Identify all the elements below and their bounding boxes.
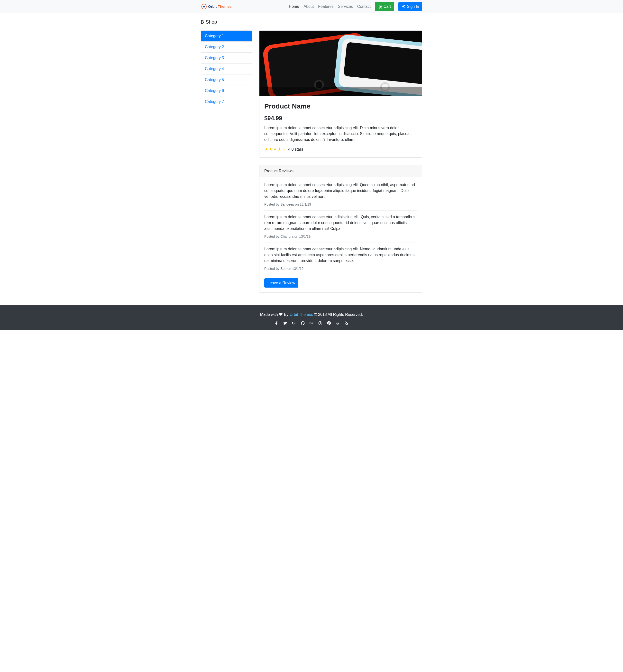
twitter-icon[interactable] bbox=[283, 321, 288, 325]
nav-link-services[interactable]: Services bbox=[338, 4, 353, 8]
review-item: Lorem ipsum dolor sit amet consectetur a… bbox=[264, 182, 417, 211]
svg-text:Orbit Themes: Orbit Themes bbox=[208, 4, 232, 8]
main-content: Product Name $94.99 Lorem ipsum dolor si… bbox=[259, 30, 422, 300]
google-plus-icon[interactable] bbox=[292, 321, 296, 325]
sidebar-item-category-7[interactable]: Category 7 bbox=[201, 96, 251, 107]
nav-link-features[interactable]: Features bbox=[318, 4, 333, 8]
product-price: $94.99 bbox=[264, 114, 417, 123]
reviews-heading: Product Reviews bbox=[260, 165, 422, 177]
dribbble-icon[interactable] bbox=[318, 321, 322, 325]
sidebar-item-category-1[interactable]: Category 1 bbox=[201, 31, 251, 41]
pinterest-icon[interactable] bbox=[327, 321, 331, 325]
page-title: B-Shop bbox=[201, 18, 422, 26]
sidebar-item-category-3[interactable]: Category 3 bbox=[201, 53, 251, 63]
footer-brand-link[interactable]: Orbit Themes bbox=[290, 312, 313, 316]
sidebar-item-category-4[interactable]: Category 4 bbox=[201, 63, 251, 74]
rating-text: 4.0 stars bbox=[288, 147, 303, 151]
reviews-list: Lorem ipsum dolor sit amet consectetur a… bbox=[264, 182, 417, 275]
github-icon[interactable] bbox=[301, 321, 305, 325]
review-text: Lorem ipsum dolor sit amet consectetur a… bbox=[264, 246, 417, 264]
rss-icon[interactable] bbox=[344, 321, 349, 325]
footer-text: Made with By Orbit Themes © 2018 All Rig… bbox=[201, 312, 422, 317]
signin-label: Sign In bbox=[407, 4, 419, 9]
cart-button[interactable]: Cart bbox=[375, 2, 394, 11]
behance-icon[interactable] bbox=[309, 321, 314, 325]
orbit-themes-logo-icon: Orbit Themes bbox=[201, 3, 242, 10]
footer: Made with By Orbit Themes © 2018 All Rig… bbox=[0, 305, 623, 330]
product-name: Product Name bbox=[264, 101, 417, 112]
review-item: Lorem ipsum dolor sit amet consectetur a… bbox=[264, 246, 417, 275]
heart-icon bbox=[279, 312, 283, 316]
nav-link-home[interactable]: Home bbox=[289, 4, 299, 8]
nav-links: HomeAboutFeaturesServicesContact bbox=[289, 4, 370, 9]
sidebar-item-category-2[interactable]: Category 2 bbox=[201, 41, 251, 53]
social-links bbox=[201, 321, 422, 325]
footer-copyright: © 2018 All Rights Reserved. bbox=[314, 312, 363, 316]
facebook-icon[interactable] bbox=[274, 321, 279, 325]
leave-review-button[interactable]: Leave a Review bbox=[264, 278, 298, 287]
reddit-icon[interactable] bbox=[335, 321, 340, 325]
leave-review-label: Leave a Review bbox=[267, 280, 295, 286]
review-meta: Posted by Chandra on 13/1/19 bbox=[264, 234, 417, 239]
category-list: Category 1Category 2Category 3Category 4… bbox=[201, 30, 252, 107]
cart-icon bbox=[378, 5, 382, 8]
footer-by-text: By bbox=[284, 312, 290, 316]
review-text: Lorem ipsum dolor sit amet consectetur a… bbox=[264, 182, 417, 200]
sidebar: Category 1Category 2Category 3Category 4… bbox=[201, 30, 252, 107]
signin-icon bbox=[402, 5, 406, 8]
product-image bbox=[260, 31, 422, 96]
svg-point-2 bbox=[203, 6, 205, 7]
nav-link-about[interactable]: About bbox=[304, 4, 314, 8]
footer-made-prefix: Made with bbox=[260, 312, 279, 316]
nav-link-contact[interactable]: Contact bbox=[357, 4, 370, 8]
review-item: Lorem ipsum dolor sit amet consectetur, … bbox=[264, 214, 417, 243]
review-meta: Posted by Bob on 13/1/19 bbox=[264, 266, 417, 271]
svg-rect-14 bbox=[260, 87, 422, 96]
sidebar-item-category-6[interactable]: Category 6 bbox=[201, 85, 251, 96]
brand-logo[interactable]: Orbit Themes bbox=[201, 3, 242, 10]
sidebar-item-category-5[interactable]: Category 5 bbox=[201, 74, 251, 85]
svg-point-1 bbox=[205, 4, 206, 5]
star-icons: ★★★★☆ bbox=[264, 147, 286, 152]
review-text: Lorem ipsum dolor sit amet consectetur, … bbox=[264, 214, 417, 232]
product-description: Lorem ipsum dolor sit amet consectetur a… bbox=[264, 125, 417, 143]
cart-label: Cart bbox=[384, 4, 391, 9]
reviews-card: Product Reviews Lorem ipsum dolor sit am… bbox=[259, 165, 422, 293]
navbar: Orbit Themes HomeAboutFeaturesServicesCo… bbox=[0, 0, 623, 13]
product-card: Product Name $94.99 Lorem ipsum dolor si… bbox=[259, 30, 422, 158]
signin-button[interactable]: Sign In bbox=[398, 2, 422, 11]
product-rating: ★★★★☆ 4.0 stars bbox=[264, 146, 417, 153]
review-meta: Posted by Sandeep on 23/1/19 bbox=[264, 202, 417, 207]
